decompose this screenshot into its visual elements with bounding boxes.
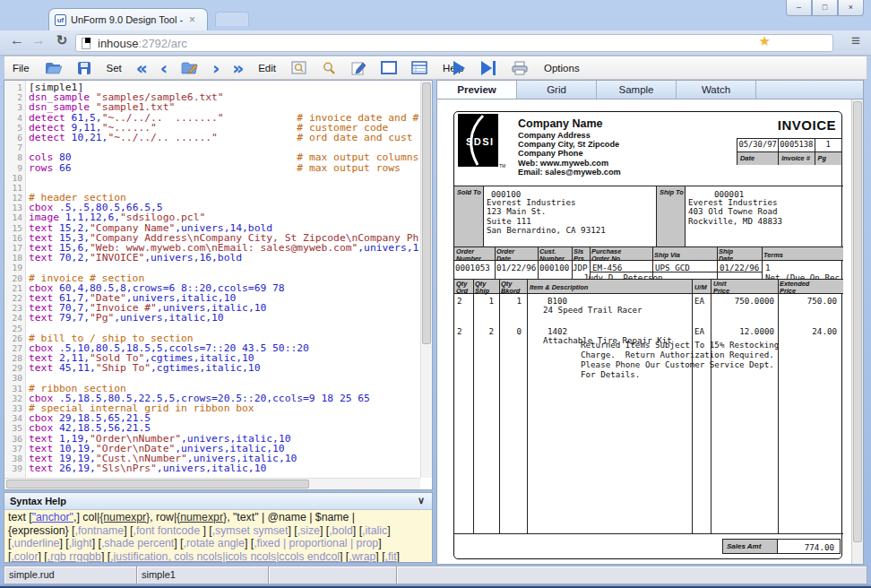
company-city: Company City, St Zipcode	[518, 140, 621, 149]
ship-date-value: 01/22/96	[720, 263, 759, 272]
um-header: U/M	[694, 284, 707, 291]
maximize-button[interactable]: □	[812, 0, 838, 16]
line-number: 34	[4, 413, 25, 423]
preview-scroll-thumb[interactable]	[853, 101, 862, 542]
line-number: 36	[4, 434, 25, 444]
zoom-icon[interactable]	[322, 61, 337, 75]
tab-title: UnForm 9.0 Design Tool - sim	[71, 14, 185, 25]
line-number: 14	[4, 212, 25, 222]
set-menu[interactable]: Set	[107, 63, 122, 74]
line-number: 10	[4, 173, 25, 183]
editor-vertical-scrollbar[interactable]	[420, 81, 432, 478]
new-tab-button[interactable]	[215, 12, 249, 26]
browser-navbar: ← → ↻ inhouse:2792/arc ★ ≡	[0, 30, 871, 56]
line-number: 15	[4, 223, 25, 233]
next-page-icon[interactable]: ›	[212, 60, 220, 76]
preview-scrollbar[interactable]	[851, 99, 863, 564]
save-icon[interactable]	[77, 61, 91, 75]
syntax-link[interactable]: ,shade percent	[101, 537, 174, 549]
print-icon[interactable]	[511, 61, 529, 75]
syntax-link[interactable]: ,font fontcode	[133, 524, 203, 537]
options-menu[interactable]: Options	[544, 63, 580, 74]
status-cell-3	[269, 566, 397, 584]
page-label: Pg	[815, 152, 842, 165]
run-icon[interactable]	[453, 61, 465, 75]
editor-vscroll-thumb[interactable]	[422, 82, 431, 344]
line-number: 38	[4, 454, 25, 463]
tab-watch[interactable]: Watch	[677, 81, 756, 99]
back-button[interactable]: ←	[7, 32, 27, 48]
syntax-link[interactable]: ,light	[69, 537, 92, 549]
browser-menu-icon[interactable]: ≡	[851, 32, 860, 50]
edit-folder-icon[interactable]	[181, 61, 199, 75]
syntax-link[interactable]: ,rgb rrggbb	[47, 550, 101, 562]
item-ext-price: 750.00	[780, 296, 837, 306]
sold-to-label: Sold To	[454, 186, 483, 196]
first-page-icon[interactable]: «	[136, 60, 148, 76]
line-number: 11	[4, 183, 25, 193]
cust-number-header: Cust. Number	[539, 248, 565, 263]
tab-preview[interactable]: Preview	[437, 81, 517, 99]
syntax-link[interactable]: ,fontname	[75, 524, 125, 537]
line-number: 16	[4, 233, 25, 243]
syntax-link[interactable]: ,size	[298, 524, 320, 537]
edit-note-icon[interactable]	[351, 61, 367, 75]
open-folder-icon[interactable]	[45, 61, 63, 75]
window-view-icon[interactable]	[381, 61, 397, 74]
syntax-link[interactable]: ,bold	[329, 524, 353, 537]
line-number: 8	[4, 152, 25, 162]
bookmark-star-icon[interactable]: ★	[759, 33, 771, 49]
minimize-button[interactable]: –	[786, 0, 812, 16]
sls-prs-value: JDP	[573, 263, 588, 272]
syntax-link[interactable]: "anchor"	[32, 511, 73, 523]
app-toolbar: File Set « ‹ › » Edit Help Options	[4, 56, 867, 80]
tab-close-icon[interactable]: ×	[189, 13, 195, 26]
run-to-end-icon[interactable]	[481, 61, 496, 75]
line-number: 27	[4, 343, 25, 353]
line-number: 12	[4, 193, 25, 203]
sales-amt-label: Sales Amt	[723, 540, 777, 550]
syntax-link[interactable]: ,fit	[385, 550, 397, 562]
sales-amt-value: 774.00	[778, 540, 840, 552]
code-editor[interactable]: 1234567891011121314151617181920212223242…	[4, 80, 433, 490]
close-button[interactable]: ×	[838, 0, 864, 16]
syntax-link[interactable]: ,symset symset	[212, 524, 289, 537]
line-number: 33	[4, 403, 25, 413]
item-unit-price: 12.0000	[713, 326, 774, 336]
last-page-icon[interactable]: »	[232, 60, 244, 76]
syntax-link[interactable]: {numexpr}	[99, 511, 150, 523]
reload-button[interactable]: ↻	[52, 32, 72, 48]
previous-page-icon[interactable]: ‹	[160, 60, 168, 76]
edit-menu[interactable]: Edit	[258, 63, 276, 74]
syntax-link[interactable]: ,underline	[11, 537, 59, 549]
syntax-link[interactable]: ,color	[11, 550, 38, 562]
syntax-link[interactable]: ,rotate angle	[184, 537, 245, 549]
ship-to-label: Ship To	[657, 186, 685, 196]
syntax-link[interactable]: ,italic	[362, 524, 387, 537]
grid-view-icon[interactable]	[411, 61, 427, 74]
syntax-link[interactable]: {numexpr}	[177, 511, 227, 523]
address-bar[interactable]: inhouse:2792/arc	[75, 34, 833, 52]
editor-hscroll-thumb[interactable]	[6, 480, 309, 489]
syntax-text: ] [	[320, 524, 329, 537]
syntax-text: ] [	[203, 524, 211, 537]
syntax-link[interactable]: ,fixed | proportional | prop	[254, 537, 378, 549]
invoice-info-table: 05/30/97 0005138 1 Date Invoice # Pg	[737, 138, 842, 165]
forward-button[interactable]: →	[29, 32, 48, 48]
editor-horizontal-scrollbar[interactable]	[4, 478, 420, 489]
file-menu[interactable]: File	[13, 63, 30, 74]
info-labels-row: Date Invoice # Pg	[737, 151, 841, 165]
tab-grid[interactable]: Grid	[517, 81, 597, 99]
syntax-link[interactable]: ,justification, cols ncols|icols ncols|c…	[110, 550, 340, 562]
syntax-help-header[interactable]: Syntax Help ∨	[4, 493, 432, 510]
collapse-chevron-icon[interactable]: ∨	[418, 495, 425, 506]
company-logo: SDSI	[458, 114, 498, 167]
preview-zoom-icon[interactable]	[291, 61, 307, 75]
syntax-link[interactable]: ,wrap	[349, 550, 375, 562]
editor-code[interactable]: [simple1]dsn_sample "samples/sample6.txt…	[29, 82, 419, 477]
company-name: Company Name	[518, 117, 621, 130]
line-number: 21	[4, 283, 25, 293]
tab-sample[interactable]: Sample	[597, 81, 677, 99]
browser-tab[interactable]: uf UnForm 9.0 Design Tool - sim ×	[48, 8, 208, 30]
sold-to-address: Everest Industries 123 Main St. Suite 11…	[487, 198, 606, 235]
